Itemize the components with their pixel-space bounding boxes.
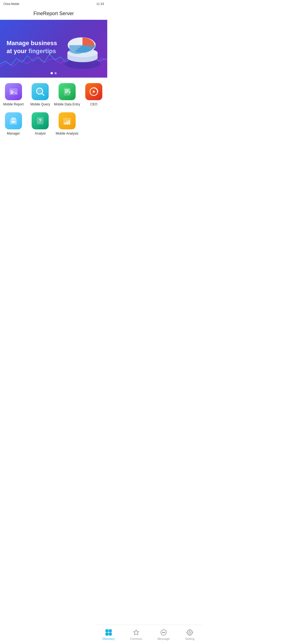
main-content: Manage business at your fingertips [0,20,107,160]
svg-rect-24 [12,118,15,119]
carrier-text: China Mobile [3,2,19,6]
analyst-icon: ? [32,112,49,129]
svg-line-14 [42,93,44,95]
svg-rect-15 [64,88,70,95]
banner-dot-1[interactable] [51,72,53,74]
analyst-label: Analyst [35,132,46,136]
svg-rect-18 [65,92,68,93]
ceo-icon [85,83,102,100]
mobile-analysis-label: Mobile Analysis [56,132,78,136]
app-ceo[interactable]: CEO [81,83,108,107]
app-grid: Mobile Report Mobile Query [0,78,107,138]
svg-rect-32 [65,122,66,125]
banner-line2: at your fingertips [7,47,57,55]
header: FineReport Server [0,8,107,20]
app-mobile-data-entry[interactable]: Mobile Data Entry [54,83,81,107]
ceo-icon-svg [89,86,99,97]
svg-rect-34 [68,120,70,125]
banner-line1: Manage business [7,39,57,47]
app-mobile-query[interactable]: Mobile Query [27,83,54,107]
manager-icon [5,112,22,129]
svg-text:?: ? [39,118,42,123]
svg-point-21 [93,91,95,92]
mobile-query-label: Mobile Query [31,102,50,107]
analysis-icon-svg [62,116,72,126]
svg-rect-17 [65,91,69,92]
app-mobile-analysis[interactable]: Mobile Analysis [54,112,81,136]
status-bar: China Mobile 11:33 [0,0,107,8]
mobile-report-icon [5,83,22,100]
svg-point-11 [16,93,16,93]
app-analyst[interactable]: ? Analyst [27,112,54,136]
ceo-label: CEO [90,102,97,107]
mobile-data-entry-label: Mobile Data Entry [54,102,80,107]
mobile-report-label: Mobile Report [3,102,24,107]
banner-chart-illustration [58,25,105,69]
data-entry-icon-svg [62,87,72,97]
manager-label: Manager [7,132,20,136]
banner-pagination-dots [51,72,57,74]
mobile-analysis-icon [59,112,76,129]
app-mobile-report[interactable]: Mobile Report [0,83,27,107]
svg-point-13 [38,89,42,93]
svg-rect-26 [12,121,15,122]
manager-icon-svg [8,116,19,126]
time-text: 11:33 [96,2,104,6]
mobile-query-icon [32,83,49,100]
banner: Manage business at your fingertips [0,20,107,78]
banner-highlight: fingertips [28,47,56,54]
report-icon-svg [9,88,18,95]
app-manager[interactable]: Manager [0,112,27,136]
svg-rect-16 [65,89,69,90]
svg-rect-8 [10,92,14,93]
query-icon-svg [35,87,45,97]
svg-rect-7 [10,91,13,91]
svg-rect-9 [10,93,13,94]
svg-rect-33 [67,121,68,125]
page-title: FineReport Server [33,11,74,17]
banner-dot-2[interactable] [54,72,57,74]
analyst-icon-svg: ? [35,116,45,126]
banner-text: Manage business at your fingertips [7,39,57,55]
svg-rect-6 [9,88,18,95]
chart-svg [58,25,105,69]
svg-rect-27 [12,122,14,122]
mobile-data-entry-icon [59,83,76,100]
